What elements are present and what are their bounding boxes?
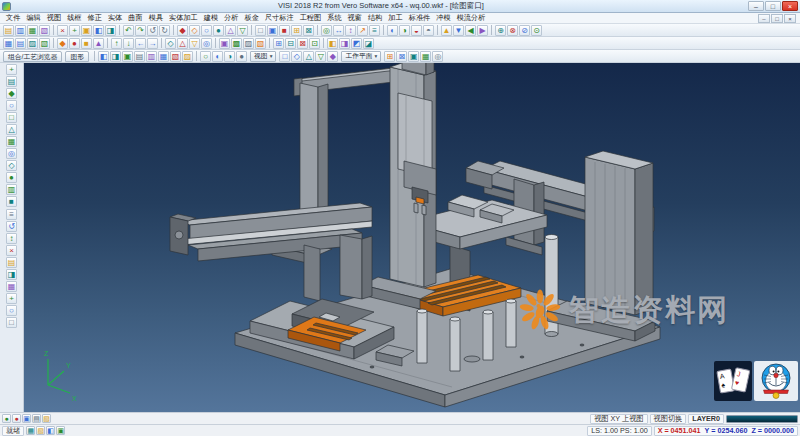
toolbar-icon[interactable]: ◎ bbox=[6, 148, 17, 159]
toolbar-icon[interactable]: ◐ bbox=[387, 25, 398, 36]
toolbar-icon[interactable]: ▧ bbox=[39, 38, 50, 49]
toolbar-icon[interactable]: ▽ bbox=[315, 51, 326, 62]
toolbar-icon[interactable]: □ bbox=[6, 317, 17, 328]
menu-item[interactable]: 文件 bbox=[3, 13, 23, 23]
toolbar-icon[interactable]: ○ bbox=[201, 25, 212, 36]
toolbar-icon[interactable]: ◑ bbox=[399, 25, 410, 36]
toolbar-icon[interactable]: ▦ bbox=[6, 281, 17, 292]
toolbar-icon[interactable]: ▧ bbox=[39, 25, 50, 36]
toolbar-icon[interactable]: ⊘ bbox=[519, 25, 530, 36]
workplane-group-dropdown[interactable]: 工作平面 ▾ bbox=[341, 51, 381, 62]
toolbar-icon[interactable]: ↔ bbox=[333, 25, 344, 36]
toolbar-icon[interactable]: ◇ bbox=[189, 25, 200, 36]
toolbar-icon[interactable]: ● bbox=[236, 51, 247, 62]
toolbar-icon[interactable]: ▣ bbox=[219, 38, 230, 49]
toolbar-icon[interactable]: ⊞ bbox=[384, 51, 395, 62]
toolbar-icon[interactable]: ▦ bbox=[6, 136, 17, 147]
menu-item[interactable]: 工程图 bbox=[297, 13, 325, 23]
menu-item[interactable]: 实体 bbox=[105, 13, 125, 23]
toolbar-icon[interactable]: ▦ bbox=[26, 426, 35, 435]
toolbar-icon[interactable]: ⊠ bbox=[297, 38, 308, 49]
toolbar-icon[interactable]: ◧ bbox=[327, 38, 338, 49]
toolbar-icon[interactable]: ○ bbox=[6, 305, 17, 316]
toolbar-icon[interactable]: ■ bbox=[279, 25, 290, 36]
toolbar-icon[interactable]: ↓ bbox=[123, 38, 134, 49]
toolbar-icon[interactable]: ▣ bbox=[267, 25, 278, 36]
toolbar-icon[interactable]: ◆ bbox=[6, 88, 17, 99]
menu-item[interactable]: 修正 bbox=[85, 13, 105, 23]
menu-item[interactable]: 线框 bbox=[64, 13, 84, 23]
toolbar-icon[interactable]: ▧ bbox=[36, 426, 45, 435]
toolbar-icon[interactable]: ◇ bbox=[165, 38, 176, 49]
toolbar-icon[interactable]: ◒ bbox=[411, 25, 422, 36]
toolbar-icon[interactable]: ● bbox=[6, 172, 17, 183]
menu-item[interactable]: 冲模 bbox=[433, 13, 453, 23]
toolbar-icon[interactable]: ▦ bbox=[3, 38, 14, 49]
toolbar-icon[interactable]: ▲ bbox=[441, 25, 452, 36]
toolbar-icon[interactable]: ◩ bbox=[351, 38, 362, 49]
toolbar-icon[interactable]: △ bbox=[303, 51, 314, 62]
menu-item[interactable]: 板金 bbox=[242, 13, 262, 23]
menu-item[interactable]: 加工 bbox=[385, 13, 405, 23]
toolbar-icon[interactable]: ⊗ bbox=[507, 25, 518, 36]
toolbar-icon[interactable]: ↗ bbox=[357, 25, 368, 36]
toolbar-icon[interactable]: ⊟ bbox=[285, 38, 296, 49]
toolbar-icon[interactable]: ▶ bbox=[477, 25, 488, 36]
view-mode-indicator[interactable]: 视图切换 bbox=[650, 414, 687, 424]
toolbar-icon[interactable]: ▣ bbox=[122, 51, 133, 62]
menu-item[interactable]: 实体加工 bbox=[166, 13, 201, 23]
toolbar-icon[interactable]: ◨ bbox=[105, 25, 116, 36]
toolbar-icon[interactable]: ▲ bbox=[93, 38, 104, 49]
toolbar-icon[interactable]: ▦ bbox=[420, 51, 431, 62]
toolbar-icon[interactable]: ◪ bbox=[363, 38, 374, 49]
toolbar-icon[interactable]: ⊕ bbox=[495, 25, 506, 36]
toolbar-icon[interactable]: ▣ bbox=[56, 426, 65, 435]
toolbar-icon[interactable]: ▩ bbox=[231, 38, 242, 49]
toolbar-icon[interactable]: ◇ bbox=[291, 51, 302, 62]
child-close-button[interactable]: × bbox=[784, 14, 796, 23]
toolbar-icon[interactable]: ◧ bbox=[98, 51, 109, 62]
child-minimize-button[interactable]: – bbox=[758, 14, 770, 23]
toolbar-icon[interactable]: ▤ bbox=[6, 76, 17, 87]
toolbar-icon[interactable]: ▤ bbox=[6, 257, 17, 268]
toolbar-icon[interactable]: △ bbox=[177, 38, 188, 49]
toolbar-icon[interactable]: ◨ bbox=[6, 269, 17, 280]
toolbar-icon[interactable]: → bbox=[147, 38, 158, 49]
toolbar-icon[interactable]: ● bbox=[12, 414, 21, 423]
toolbar-icon[interactable]: ◧ bbox=[93, 25, 104, 36]
toolbar-icon[interactable]: ▥ bbox=[15, 25, 26, 36]
toolbar-icon[interactable]: ▤ bbox=[15, 38, 26, 49]
toolbar-icon[interactable]: ▽ bbox=[237, 25, 248, 36]
toolbar-icon[interactable]: ▦ bbox=[27, 25, 38, 36]
toolbar-icon[interactable]: ▥ bbox=[6, 184, 17, 195]
toolbar-icon[interactable]: △ bbox=[225, 25, 236, 36]
toolbar-icon[interactable]: ↺ bbox=[6, 221, 17, 232]
toolbar-icon[interactable]: ◆ bbox=[57, 38, 68, 49]
toolbar-icon[interactable]: ◇ bbox=[6, 160, 17, 171]
menu-item[interactable]: 编辑 bbox=[23, 13, 43, 23]
toolbar-icon[interactable]: ⊙ bbox=[531, 25, 542, 36]
child-restore-button[interactable]: □ bbox=[771, 14, 783, 23]
menu-item[interactable]: 曲面 bbox=[125, 13, 145, 23]
tab-assembly-browser[interactable]: 组合/工艺浏览器 bbox=[3, 51, 62, 62]
menu-item[interactable]: 模具 bbox=[146, 13, 166, 23]
viewport-canvas[interactable]: Z Y X bbox=[24, 63, 800, 412]
toolbar-icon[interactable]: ↻ bbox=[159, 25, 170, 36]
layer-selector[interactable]: LAYER0 bbox=[688, 414, 724, 424]
toolbar-icon[interactable]: ● bbox=[213, 25, 224, 36]
menu-item[interactable]: 视窗 bbox=[345, 13, 365, 23]
toolbar-icon[interactable]: ◧ bbox=[46, 426, 55, 435]
toolbar-icon[interactable]: □ bbox=[6, 112, 17, 123]
toolbar-icon[interactable]: □ bbox=[255, 25, 266, 36]
toolbar-icon[interactable]: ◑ bbox=[224, 51, 235, 62]
toolbar-icon[interactable]: ▨ bbox=[182, 51, 193, 62]
toolbar-icon[interactable]: ▽ bbox=[189, 38, 200, 49]
toolbar-icon[interactable]: ▦ bbox=[158, 51, 169, 62]
close-button[interactable]: × bbox=[782, 1, 798, 11]
toolbar-icon[interactable]: ◐ bbox=[212, 51, 223, 62]
toolbar-icon[interactable]: ◨ bbox=[110, 51, 121, 62]
3d-model[interactable]: Z Y X bbox=[24, 63, 800, 412]
toolbar-icon[interactable]: ▧ bbox=[170, 51, 181, 62]
toolbar-icon[interactable]: ◀ bbox=[465, 25, 476, 36]
toolbar-icon[interactable]: × bbox=[57, 25, 68, 36]
